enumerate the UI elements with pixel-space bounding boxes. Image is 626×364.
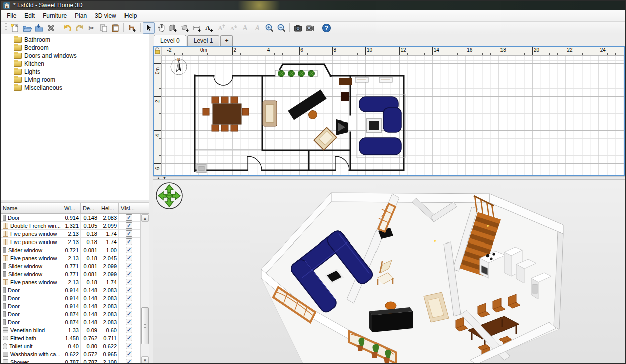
visible-checkbox[interactable]: ✓	[126, 335, 132, 341]
expand-icon[interactable]	[4, 86, 8, 90]
pan-button[interactable]	[155, 22, 167, 34]
plan-shelf[interactable]	[339, 78, 352, 85]
view-3d[interactable]	[153, 180, 625, 363]
plan-dining-set[interactable]	[203, 97, 249, 131]
plan-view[interactable]: -20m24681012141618202224 0m246 N	[153, 46, 625, 176]
table-row[interactable]: Shower0.7870.7872.108✓	[1, 358, 140, 364]
add-level-tab[interactable]: +	[220, 35, 233, 46]
table-row[interactable]: Door0.9140.1482.083✓	[1, 286, 140, 294]
table-row[interactable]: Venetian blind1.330.090.60✓	[1, 326, 140, 334]
create-dimensions-button[interactable]	[191, 22, 203, 34]
plan-3d-splitter[interactable]: ▲ ▼	[153, 176, 625, 180]
table-row[interactable]: Door0.9140.1482.083✓	[1, 294, 140, 302]
tree-item-doors-and-windows[interactable]: Doors and windows	[1, 52, 149, 60]
tree-item-living-room[interactable]: Living room	[1, 76, 149, 84]
table-row[interactable]: Five panes window2.130.182.045✓	[1, 254, 140, 262]
tree-item-lights[interactable]: Lights	[1, 68, 149, 76]
tab-level-0[interactable]: Level 0	[154, 35, 186, 46]
visible-checkbox[interactable]: ✓	[126, 359, 132, 364]
table-row[interactable]: Fitted bath1.4580.7620.711✓	[1, 334, 140, 342]
table-row[interactable]: Door0.8740.1482.083✓	[1, 310, 140, 318]
visible-checkbox[interactable]: ✓	[126, 255, 132, 261]
visible-checkbox[interactable]: ✓	[126, 279, 132, 285]
column-header-width[interactable]: Wi...	[62, 203, 81, 213]
plan-tv[interactable]	[336, 119, 348, 135]
zoom-in-button[interactable]	[263, 22, 275, 34]
table-row[interactable]: Washbasin with ca...0.6220.5720.965✓	[1, 350, 140, 358]
paste-button[interactable]	[109, 22, 121, 34]
open-button[interactable]	[21, 22, 33, 34]
table-row[interactable]: Door0.9140.1482.083✓	[1, 214, 140, 222]
table-row[interactable]: Slider window0.7710.0812.099✓	[1, 262, 140, 270]
select-button[interactable]	[143, 22, 155, 34]
visible-checkbox[interactable]: ✓	[126, 230, 132, 237]
visible-checkbox[interactable]: ✓	[126, 343, 132, 349]
column-header-name[interactable]: Name	[1, 203, 62, 213]
expand-icon[interactable]	[4, 54, 8, 58]
column-header-visible[interactable]: Visi...	[119, 203, 139, 213]
visible-checkbox[interactable]: ✓	[126, 327, 132, 333]
catalog-table-splitter[interactable]	[1, 200, 149, 203]
table-row[interactable]: Slider window0.7710.0812.099✓	[1, 270, 140, 278]
furniture-table-scrollbar[interactable]: ▲ ▼	[140, 214, 149, 364]
zoom-out-button[interactable]	[275, 22, 287, 34]
visible-checkbox[interactable]: ✓	[126, 214, 132, 221]
visible-checkbox[interactable]: ✓	[126, 351, 132, 357]
menu-3d-view[interactable]: 3D view	[91, 11, 120, 21]
plan-cabinet[interactable]	[341, 92, 349, 101]
menu-help[interactable]: Help	[120, 11, 141, 21]
tree-item-kitchen[interactable]: Kitchen	[1, 60, 149, 68]
toolbar-drag-handle[interactable]	[5, 23, 7, 32]
menu-plan[interactable]: Plan	[71, 11, 91, 21]
table-row[interactable]: Five panes window2.130.181.74✓	[1, 230, 140, 238]
plan-bay-window-plants[interactable]	[275, 70, 317, 77]
plan-armchair[interactable]	[263, 101, 277, 126]
plan-windows-right[interactable]	[355, 77, 392, 82]
table-row[interactable]: Double French win...1.3210.1052.099✓	[1, 222, 140, 230]
menu-file[interactable]: File	[3, 11, 20, 21]
expand-icon[interactable]	[4, 46, 8, 50]
scroll-thumb[interactable]	[141, 307, 149, 344]
plan-canvas[interactable]: N	[162, 56, 624, 175]
menu-edit[interactable]: Edit	[20, 11, 39, 21]
column-header-depth[interactable]: De...	[81, 203, 99, 213]
table-row[interactable]: Toilet unit0.400.800.622✓	[1, 342, 140, 350]
table-row[interactable]: Door0.9140.1482.083✓	[1, 302, 140, 310]
cut-button[interactable]: ✂	[85, 22, 97, 34]
3d-navigation-compass[interactable]	[155, 182, 183, 210]
visible-checkbox[interactable]: ✓	[126, 287, 132, 293]
plan-compass[interactable]: N	[171, 57, 187, 75]
expand-icon[interactable]	[4, 38, 8, 42]
menu-furniture[interactable]: Furniture	[39, 11, 71, 21]
new-plan-button[interactable]	[9, 22, 21, 34]
visible-checkbox[interactable]: ✓	[126, 247, 132, 253]
title-bar[interactable]: * f.sh3d - Sweet Home 3D	[1, 1, 625, 10]
expand-icon[interactable]	[4, 70, 8, 74]
table-row[interactable]: Five panes window2.130.181.74✓	[1, 278, 140, 286]
plan-stool[interactable]	[309, 111, 317, 119]
plan-desk[interactable]	[288, 90, 326, 120]
visible-checkbox[interactable]: ✓	[126, 238, 132, 245]
add-furniture-button[interactable]	[126, 22, 138, 34]
create-photo-button[interactable]	[292, 22, 304, 34]
create-rooms-button[interactable]	[179, 22, 191, 34]
table-row[interactable]: Slider window0.7210.0811.00✓	[1, 246, 140, 254]
create-walls-button[interactable]	[167, 22, 179, 34]
table-row[interactable]: Five panes window2.130.181.74✓	[1, 238, 140, 246]
create-video-button[interactable]	[304, 22, 316, 34]
add-texts-button[interactable]: A	[203, 22, 215, 34]
tree-item-bedroom[interactable]: Bedroom	[1, 44, 149, 52]
table-row[interactable]: Door0.8740.1482.083✓	[1, 318, 140, 326]
visible-checkbox[interactable]: ✓	[126, 319, 132, 325]
visible-checkbox[interactable]: ✓	[126, 311, 132, 317]
plan-chaise[interactable]	[314, 127, 336, 150]
visible-checkbox[interactable]: ✓	[126, 222, 132, 229]
visible-checkbox[interactable]: ✓	[126, 303, 132, 309]
plan-appliance[interactable]	[197, 164, 206, 173]
expand-icon[interactable]	[4, 78, 8, 82]
plan-coffee-table[interactable]	[367, 118, 381, 133]
expand-icon[interactable]	[4, 62, 8, 66]
tab-level-1[interactable]: Level 1	[187, 35, 220, 46]
tree-item-miscellaneous[interactable]: Miscellaneous	[1, 84, 149, 92]
redo-button[interactable]	[73, 22, 85, 34]
